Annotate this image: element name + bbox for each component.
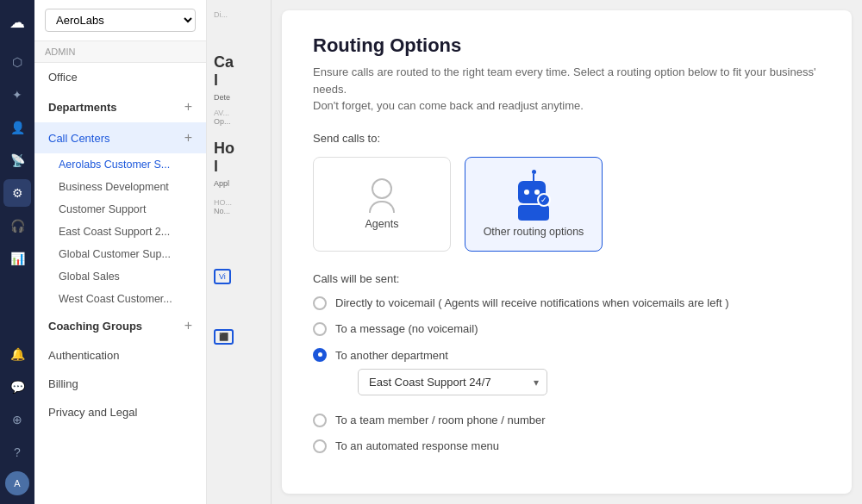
mid-no-label: No... bbox=[214, 207, 264, 215]
admin-bar: ADMIN bbox=[34, 41, 206, 63]
radio-automated-label: To an automated response menu bbox=[335, 439, 499, 454]
add-call-center-icon[interactable]: + bbox=[184, 130, 192, 146]
department-select[interactable]: East Coast Support 24/7 Business Develop… bbox=[358, 369, 547, 395]
nav-item-authentication[interactable]: Authentication bbox=[34, 341, 206, 370]
robot-eyes bbox=[524, 190, 540, 195]
radio-automated-circle[interactable] bbox=[313, 439, 327, 453]
robot-body bbox=[518, 205, 549, 221]
nav-item-privacy[interactable]: Privacy and Legal bbox=[34, 398, 206, 426]
settings-icon[interactable]: ⚙ bbox=[3, 179, 31, 207]
mid-vi-badge: Vi bbox=[214, 267, 264, 284]
chart-icon[interactable]: 📊 bbox=[3, 245, 31, 272]
other-routing-card-label: Other routing options bbox=[484, 226, 584, 238]
radio-option-message[interactable]: To a message (no voicemail) bbox=[313, 321, 821, 337]
bell-icon[interactable]: 🔔 bbox=[3, 340, 31, 368]
mid-apply-label: Appl bbox=[214, 179, 264, 188]
sub-item-west-coast[interactable]: West Coast Customer... bbox=[34, 288, 206, 310]
nav-item-call-centers[interactable]: Call Centers + bbox=[34, 122, 206, 153]
headset-icon[interactable]: 🎧 bbox=[3, 212, 31, 240]
agent-illustration bbox=[369, 178, 395, 213]
nav-section: Office Departments + Call Centers + Aero… bbox=[34, 63, 206, 426]
nav-item-office[interactable]: Office bbox=[34, 63, 206, 91]
robot-check-icon: ✓ bbox=[537, 193, 551, 207]
add-department-icon[interactable]: + bbox=[184, 99, 192, 115]
sub-item-global-customer[interactable]: Global Customer Sup... bbox=[34, 243, 206, 265]
mid-ca-heading: Cal bbox=[214, 53, 264, 90]
radio-option-voicemail[interactable]: Directly to voicemail ( Agents will rece… bbox=[313, 296, 821, 311]
chat-icon[interactable]: 💬 bbox=[3, 373, 31, 401]
agents-card-label: Agents bbox=[365, 218, 399, 230]
sub-item-business-dev[interactable]: Business Development bbox=[34, 176, 206, 198]
radio-message-circle[interactable] bbox=[313, 322, 327, 336]
panel-title: Routing Options bbox=[313, 34, 821, 57]
robot-illustration: ✓ bbox=[518, 170, 549, 221]
org-dropdown[interactable]: AeroLabs bbox=[45, 9, 196, 32]
left-nav: AeroLabs ADMIN Office Departments + Call… bbox=[34, 0, 207, 504]
routing-cards: Agents ✓ Other routing options bbox=[313, 157, 821, 252]
help-icon[interactable]: ? bbox=[3, 439, 31, 466]
calls-sent-label: Calls will be sent: bbox=[313, 272, 821, 285]
panel-description-1: Ensure calls are routed to the right tea… bbox=[313, 64, 821, 115]
radio-option-department[interactable]: To another department East Coast Support… bbox=[313, 347, 821, 402]
sub-item-east-coast[interactable]: East Coast Support 2... bbox=[34, 221, 206, 243]
nav-item-coaching-groups[interactable]: Coaching Groups + bbox=[34, 310, 206, 341]
radio-option-automated[interactable]: To an automated response menu bbox=[313, 439, 821, 454]
mid-bottom-badge: ⬛ bbox=[214, 327, 264, 345]
radio-team-member-label: To a team member / room phone / number bbox=[335, 413, 546, 428]
mid-av-label: AV... bbox=[214, 109, 264, 117]
robot-antenna bbox=[533, 174, 534, 181]
radio-option-team-member[interactable]: To a team member / room phone / number bbox=[313, 413, 821, 428]
dept-select-wrapper[interactable]: East Coast Support 24/7 Business Develop… bbox=[358, 369, 547, 395]
radio-department-label: To another department bbox=[335, 349, 448, 362]
main-panel: Routing Options Ensure calls are routed … bbox=[282, 10, 852, 494]
radio-message-label: To a message (no voicemail) bbox=[335, 321, 478, 337]
logo-icon[interactable]: ☁ bbox=[3, 9, 31, 36]
mid-ho-heading: Hol bbox=[214, 140, 264, 176]
org-selector[interactable]: AeroLabs bbox=[34, 0, 206, 41]
radio-team-member-circle[interactable] bbox=[313, 414, 327, 427]
star-icon[interactable]: ✦ bbox=[3, 81, 31, 109]
routing-card-agents[interactable]: Agents bbox=[313, 157, 451, 252]
mid-op-label: Op... bbox=[214, 117, 264, 126]
radio-voicemail-circle[interactable] bbox=[313, 296, 327, 310]
radio-department-circle[interactable] bbox=[313, 348, 327, 362]
nav-item-departments[interactable]: Departments + bbox=[34, 91, 206, 122]
department-dropdown-wrapper[interactable]: East Coast Support 24/7 Business Develop… bbox=[358, 369, 547, 395]
user-icon[interactable]: 👤 bbox=[3, 114, 31, 141]
sub-item-aerolabs[interactable]: Aerolabs Customer S... bbox=[34, 153, 206, 176]
avatar[interactable]: A bbox=[5, 471, 29, 495]
middle-area: Di... Cal Dete AV... Op... Hol Appl HO..… bbox=[207, 0, 272, 504]
middle-content: Di... Cal Dete AV... Op... Hol Appl HO..… bbox=[207, 0, 271, 352]
agent-body-shape bbox=[369, 201, 395, 213]
sub-item-customer-support[interactable]: Customer Support bbox=[34, 198, 206, 221]
nav-item-billing[interactable]: Billing bbox=[34, 370, 206, 398]
mid-col-header: Di... bbox=[214, 10, 264, 19]
radio-voicemail-label: Directly to voicemail ( Agents will rece… bbox=[335, 296, 729, 311]
send-calls-label: Send calls to: bbox=[313, 132, 821, 145]
circle-plus-icon[interactable]: ⊕ bbox=[3, 406, 31, 433]
sub-item-global-sales[interactable]: Global Sales bbox=[34, 265, 206, 288]
robot-eye-left bbox=[524, 190, 529, 195]
mid-det-label: Dete bbox=[214, 93, 264, 102]
add-coaching-icon[interactable]: + bbox=[184, 318, 192, 333]
icon-sidebar: ☁ ⬡ ✦ 👤 📡 ⚙ 🎧 📊 🔔 💬 ⊕ ? A bbox=[0, 0, 34, 504]
robot-head: ✓ bbox=[518, 181, 546, 203]
routing-card-other[interactable]: ✓ Other routing options bbox=[465, 157, 603, 252]
mid-ho-sub: HO... bbox=[214, 198, 264, 207]
agent-head-shape bbox=[372, 178, 392, 199]
broadcast-icon[interactable]: 📡 bbox=[3, 146, 31, 174]
home-icon[interactable]: ⬡ bbox=[3, 48, 31, 76]
